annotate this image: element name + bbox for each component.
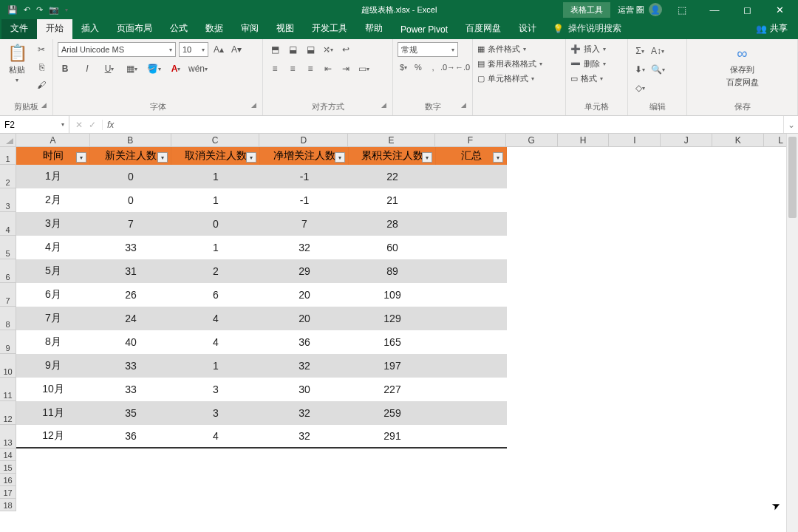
cell[interactable]: 32 (260, 360, 349, 372)
align-left-icon[interactable]: ≡ (267, 61, 282, 76)
row-header[interactable]: 15 (0, 461, 16, 474)
filter-dropdown-icon[interactable]: ▾ (335, 152, 345, 163)
tab-view[interactable]: 视图 (267, 18, 303, 39)
align-bottom-icon[interactable]: ⬓ (303, 42, 318, 57)
cell[interactable]: 26 (90, 289, 171, 301)
maximize-icon[interactable]: ◻ (734, 1, 760, 18)
tab-baidu[interactable]: 百度网盘 (457, 18, 510, 39)
cell[interactable]: 0 (171, 218, 260, 230)
cell[interactable]: 7 (260, 218, 349, 230)
row-header[interactable]: 8 (0, 307, 16, 330)
align-right-icon[interactable]: ≡ (303, 61, 318, 76)
qat-customize-icon[interactable]: ▾ (65, 7, 68, 13)
cut-icon[interactable]: ✂ (34, 42, 49, 57)
redo-icon[interactable]: ↷ (36, 5, 43, 15)
cell[interactable]: 2月 (16, 194, 90, 207)
align-top-icon[interactable]: ⬒ (267, 42, 282, 57)
cell[interactable]: 36 (260, 336, 349, 348)
cell[interactable]: 20 (260, 313, 349, 324)
camera-icon[interactable]: 📷 (49, 5, 59, 15)
cell[interactable]: 32 (260, 242, 349, 253)
save-icon[interactable]: 💾 (7, 5, 18, 15)
sort-filter-icon[interactable]: A↕▾ (650, 44, 665, 58)
table-row[interactable]: 6月26620109 (16, 283, 507, 307)
table-row[interactable]: 10月33330227 (16, 378, 507, 401)
table-row[interactable]: 7月24420129 (16, 307, 507, 330)
table-row[interactable]: 3月70728 (16, 212, 507, 236)
cell[interactable]: 10月 (16, 383, 90, 396)
cell[interactable]: 33 (90, 383, 171, 395)
row-header[interactable]: 17 (0, 486, 16, 499)
table-row[interactable]: 5月3122989 (16, 259, 507, 283)
cell[interactable]: 35 (90, 407, 171, 419)
filter-dropdown-icon[interactable]: ▾ (246, 152, 256, 163)
tab-dev[interactable]: 开发工具 (303, 18, 356, 39)
row-header[interactable]: 6 (0, 259, 16, 283)
cell[interactable]: 109 (349, 289, 436, 301)
column-header-I[interactable]: I (609, 134, 661, 147)
cell[interactable]: 7 (90, 218, 171, 230)
cell[interactable]: 197 (349, 360, 436, 372)
tab-powerpivot[interactable]: Power Pivot (392, 20, 457, 39)
filter-dropdown-icon[interactable]: ▾ (157, 152, 168, 163)
font-name-select[interactable]: Arial Unicode MS▾ (58, 42, 176, 57)
align-middle-icon[interactable]: ⬓ (285, 42, 300, 57)
tab-formulas[interactable]: 公式 (161, 18, 197, 39)
filter-dropdown-icon[interactable]: ▾ (493, 152, 503, 163)
cell[interactable]: 29 (260, 265, 349, 277)
italic-icon[interactable]: I (80, 61, 95, 76)
dialog-launcher-icon[interactable]: ◢ (251, 101, 256, 109)
column-header-B[interactable]: B (90, 134, 171, 147)
decrease-decimal-icon[interactable]: ←.0 (457, 61, 468, 73)
table-row[interactable]: 2月01-121 (16, 188, 507, 212)
paste-button[interactable]: 📋 粘贴 ▾ (4, 42, 30, 85)
format-cells-button[interactable]: ▭格式▾ (570, 73, 603, 84)
table-row[interactable]: 4月3313260 (16, 236, 507, 259)
column-header-F[interactable]: F (435, 134, 506, 147)
find-select-icon[interactable]: 🔍▾ (650, 62, 665, 77)
merge-icon[interactable]: ▭▾ (356, 61, 371, 76)
font-size-select[interactable]: 10▾ (179, 42, 208, 57)
fx-icon[interactable]: fx (103, 120, 118, 130)
format-painter-icon[interactable]: 🖌 (34, 78, 49, 92)
percent-icon[interactable]: % (412, 61, 424, 73)
table-row[interactable]: 8月40436165 (16, 330, 507, 354)
bold-icon[interactable]: B (58, 61, 72, 76)
cell[interactable]: 4 (171, 313, 260, 324)
cell[interactable]: -1 (260, 194, 349, 206)
row-header[interactable]: 10 (0, 354, 16, 378)
table-row[interactable]: 1月01-122 (16, 165, 507, 188)
expand-formula-bar-icon[interactable]: ⌄ (783, 116, 798, 133)
phonetic-icon[interactable]: wén▾ (191, 61, 205, 76)
fill-icon[interactable]: ⬇▾ (632, 62, 647, 77)
cancel-icon[interactable]: ✕ (75, 120, 83, 130)
cell[interactable]: 32 (260, 430, 349, 442)
copy-icon[interactable]: ⎘ (34, 60, 49, 75)
tab-help[interactable]: 帮助 (356, 18, 392, 39)
cell[interactable]: 33 (90, 242, 171, 253)
clear-icon[interactable]: ◇▾ (632, 81, 647, 95)
tab-data[interactable]: 数据 (197, 18, 232, 39)
spreadsheet-grid[interactable]: ABCDEFGHIJKL 123456789101112131415161718… (0, 134, 798, 532)
table-row[interactable]: 9月33132197 (16, 354, 507, 378)
cell[interactable]: 1 (171, 171, 260, 183)
cell[interactable]: -1 (260, 171, 349, 183)
cell[interactable]: 1 (171, 242, 260, 253)
column-header-A[interactable]: A (16, 134, 90, 147)
row-headers[interactable]: 123456789101112131415161718 (0, 147, 16, 511)
cell[interactable]: 129 (349, 313, 436, 324)
cell[interactable]: 22 (349, 171, 436, 183)
cell[interactable]: 36 (90, 430, 171, 442)
column-headers[interactable]: ABCDEFGHIJKL (16, 134, 798, 147)
column-header-D[interactable]: D (259, 134, 348, 147)
filter-dropdown-icon[interactable]: ▾ (422, 152, 432, 163)
column-header-K[interactable]: K (712, 134, 764, 147)
row-header[interactable]: 11 (0, 378, 16, 401)
tell-me-search[interactable]: 💡 操作说明搜索 (553, 18, 621, 39)
cell[interactable]: 6 (171, 289, 260, 301)
tab-home[interactable]: 开始 (37, 18, 72, 39)
format-as-table-button[interactable]: ▤套用表格格式▾ (477, 58, 542, 69)
cell[interactable]: 7月 (16, 312, 90, 325)
autosum-icon[interactable]: Σ▾ (632, 44, 647, 58)
row-header[interactable]: 14 (0, 449, 16, 461)
